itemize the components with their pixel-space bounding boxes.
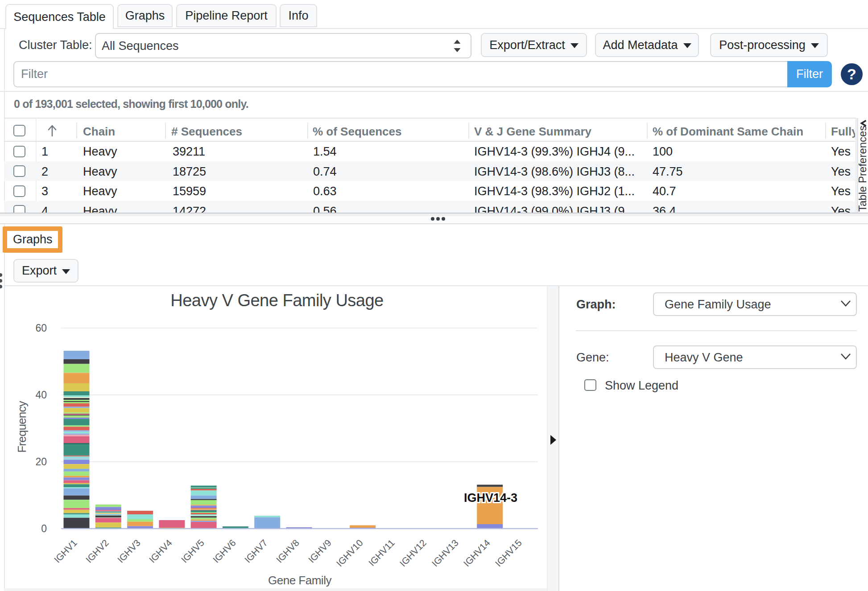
svg-text:Heavy V Gene Family Usage: Heavy V Gene Family Usage [170, 291, 383, 310]
svg-text:IGHV11: IGHV11 [367, 538, 397, 568]
svg-text:20: 20 [35, 456, 47, 468]
svg-text:IGHV12: IGHV12 [397, 538, 428, 569]
svg-text:IGHV14-3: IGHV14-3 [464, 491, 517, 505]
svg-text:Frequency: Frequency [15, 401, 29, 452]
svg-text:IGHV10: IGHV10 [334, 538, 364, 569]
svg-text:Gene Family: Gene Family [268, 574, 331, 587]
svg-text:IGHV7: IGHV7 [243, 538, 269, 565]
svg-text:IGHV14: IGHV14 [461, 538, 492, 569]
svg-text:0: 0 [41, 523, 47, 534]
svg-text:IGHV5: IGHV5 [179, 538, 206, 565]
svg-text:IGHV3: IGHV3 [116, 538, 142, 565]
svg-text:IGHV4: IGHV4 [147, 538, 174, 565]
svg-text:IGHV6: IGHV6 [211, 538, 238, 565]
svg-text:IGHV8: IGHV8 [274, 538, 301, 565]
svg-text:IGHV1: IGHV1 [52, 538, 79, 565]
svg-text:IGHV9: IGHV9 [306, 538, 333, 565]
svg-text:IGHV13: IGHV13 [430, 538, 460, 569]
svg-text:IGHV2: IGHV2 [84, 538, 111, 565]
svg-text:40: 40 [35, 389, 47, 401]
svg-text:IGHV15: IGHV15 [493, 538, 523, 569]
svg-text:60: 60 [35, 322, 47, 334]
